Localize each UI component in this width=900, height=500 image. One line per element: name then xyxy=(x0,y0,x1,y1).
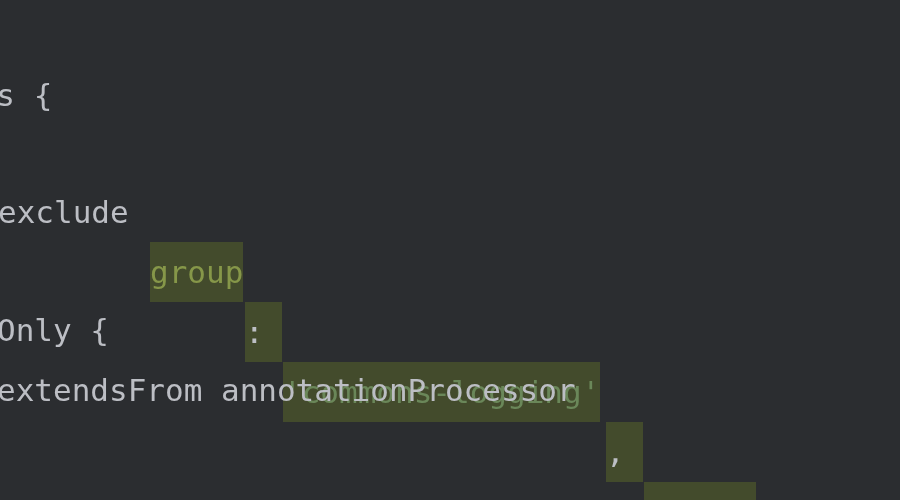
code-line[interactable]: exclude group : 'commons-logging' , modu… xyxy=(0,122,900,182)
code-line[interactable]: ations { xyxy=(0,5,900,65)
code-line[interactable]: extendsFrom annotationProcessor xyxy=(0,300,900,360)
token-identifier: extendsFrom annotationProcessor xyxy=(0,360,576,420)
code-editor[interactable]: ations { { exclude group : 'commons-logg… xyxy=(0,0,900,500)
search-match-token: , xyxy=(606,422,643,482)
code-line[interactable]: { xyxy=(0,62,900,122)
token-keyword: exclude xyxy=(0,182,147,242)
code-line[interactable]: ileOnly { xyxy=(0,240,900,300)
search-match-token: module xyxy=(644,482,756,500)
